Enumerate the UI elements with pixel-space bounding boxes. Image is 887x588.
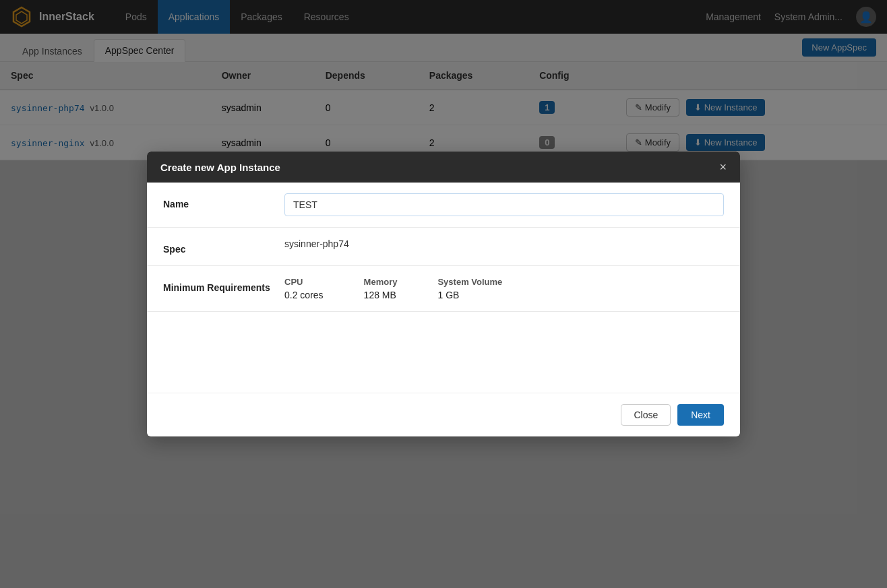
modal-header: Create new App Instance × bbox=[147, 152, 740, 160]
modal-overlay: Create new App Instance × Name Spec sysi… bbox=[0, 0, 887, 160]
modal: Create new App Instance × Name Spec sysi… bbox=[147, 152, 740, 160]
